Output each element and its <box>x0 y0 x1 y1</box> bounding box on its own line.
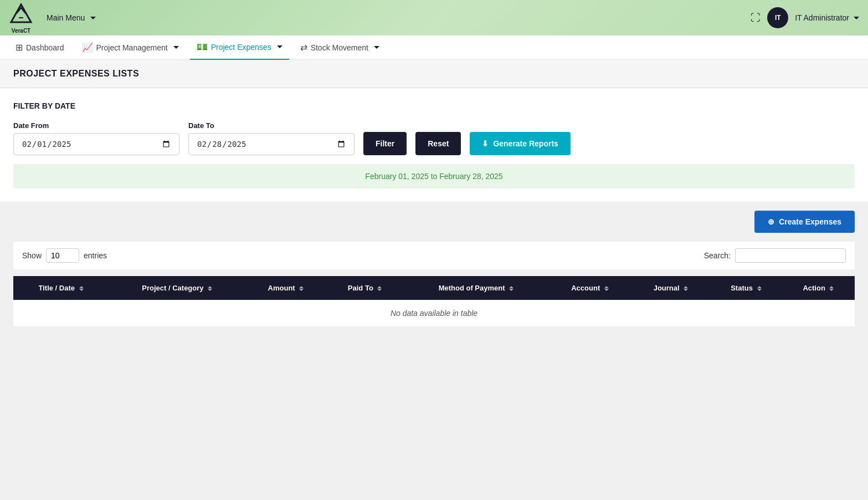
nav-item-dashboard[interactable]: ⊞ Dashboard <box>9 35 71 60</box>
nav-item-project-management[interactable]: 📈 Project Management <box>75 35 186 60</box>
nav-item-project-expenses[interactable]: 💵 Project Expenses <box>190 35 289 60</box>
main-menu-label: Main Menu <box>47 13 85 22</box>
table-controls: Show entries Search: <box>13 242 855 269</box>
sort-down-status <box>757 289 762 291</box>
page-title: PROJECT EXPENSES LISTS <box>13 69 855 79</box>
main-menu-chevron <box>90 17 96 19</box>
main-menu[interactable]: Main Menu <box>47 13 96 22</box>
date-range-text: February 01, 2025 to February 28, 2025 <box>365 172 502 181</box>
table-section: ⊕ Create Expenses Show entries Search: T… <box>0 202 868 340</box>
col-status[interactable]: Status <box>710 276 782 300</box>
entries-input[interactable] <box>46 248 79 263</box>
col-paid-to[interactable]: Paid To <box>326 276 404 300</box>
date-to-input[interactable] <box>188 133 355 155</box>
col-title-date[interactable]: Title / Date <box>13 276 109 300</box>
sort-icons-status <box>757 286 762 291</box>
sort-down-paid-to <box>377 289 382 291</box>
sort-up-journal <box>684 286 688 288</box>
project-management-chevron <box>173 46 179 49</box>
no-data-cell: No data available in table <box>13 300 855 327</box>
filter-row: Date From Date To Filter Reset ⬇ Generat… <box>13 121 855 155</box>
table-header-row: Title / Date Project / Category Amount <box>13 276 855 300</box>
generate-reports-button[interactable]: ⬇ Generate Reports <box>470 132 570 155</box>
date-to-label: Date To <box>188 121 355 130</box>
sort-icons-action <box>829 286 834 291</box>
col-action[interactable]: Action <box>782 276 855 300</box>
nav-label-project-expenses: Project Expenses <box>211 43 271 52</box>
user-chevron <box>854 17 859 19</box>
filter-button[interactable]: Filter <box>363 132 407 155</box>
dashboard-icon: ⊞ <box>16 42 23 53</box>
top-nav: VeraCT Main Menu ⛶ IT IT Administrator <box>0 0 868 35</box>
fullscreen-icon[interactable]: ⛶ <box>751 12 761 24</box>
user-initials: IT <box>775 14 781 22</box>
project-expenses-chevron <box>277 45 283 48</box>
sort-down-amount <box>299 289 304 291</box>
sort-up-paid-to <box>377 286 382 288</box>
col-account[interactable]: Account <box>548 276 631 300</box>
sort-down-title <box>79 289 84 291</box>
sort-down-method <box>509 289 513 291</box>
user-name-text: IT Administrator <box>795 13 849 22</box>
sort-icons-project <box>208 286 212 291</box>
date-to-group: Date To <box>188 121 355 155</box>
nav-item-stock-movement[interactable]: ⇄ Stock Movement <box>294 35 386 60</box>
table-header: Title / Date Project / Category Amount <box>13 276 855 300</box>
sort-icons-account <box>604 286 609 291</box>
col-amount[interactable]: Amount <box>245 276 326 300</box>
nav-label-stock-movement: Stock Movement <box>311 43 368 52</box>
create-expenses-button[interactable]: ⊕ Create Expenses <box>754 211 855 233</box>
logo-icon <box>9 2 33 27</box>
avatar: IT <box>767 7 788 28</box>
download-icon: ⬇ <box>482 139 489 148</box>
second-nav: ⊞ Dashboard 📈 Project Management 💵 Proje… <box>0 35 868 60</box>
date-from-label: Date From <box>13 121 179 130</box>
sort-down-action <box>829 289 834 291</box>
sort-down-project <box>208 289 212 291</box>
table-top-bar: ⊕ Create Expenses <box>13 211 855 233</box>
date-from-input[interactable] <box>13 133 179 155</box>
col-method-of-payment[interactable]: Method of Payment <box>404 276 548 300</box>
filter-title: FILTER BY DATE <box>13 101 855 110</box>
logo-text: VeraCT <box>12 28 30 34</box>
search-label: Search: <box>704 251 731 260</box>
plus-icon: ⊕ <box>768 217 774 226</box>
sort-up-status <box>757 286 762 288</box>
date-from-group: Date From <box>13 121 179 155</box>
sort-icons-amount <box>299 286 304 291</box>
top-nav-right: ⛶ IT IT Administrator <box>751 7 859 28</box>
sort-down-journal <box>684 289 688 291</box>
show-entries: Show entries <box>22 248 107 263</box>
search-box: Search: <box>704 248 846 263</box>
page-header: PROJECT EXPENSES LISTS <box>0 60 868 88</box>
reset-button[interactable]: Reset <box>415 132 461 155</box>
sort-up-action <box>829 286 834 288</box>
nav-label-dashboard: Dashboard <box>26 43 64 52</box>
project-management-icon: 📈 <box>82 42 93 53</box>
sort-icons-method <box>509 286 513 291</box>
date-range-bar: February 01, 2025 to February 28, 2025 <box>13 164 855 188</box>
top-nav-left: VeraCT Main Menu <box>9 2 96 34</box>
user-name[interactable]: IT Administrator <box>795 13 859 22</box>
sort-up-method <box>509 286 513 288</box>
no-data-row: No data available in table <box>13 300 855 327</box>
sort-up-title <box>79 286 84 288</box>
filter-section: FILTER BY DATE Date From Date To Filter … <box>0 88 868 202</box>
create-expenses-label: Create Expenses <box>779 217 841 226</box>
sort-down-account <box>604 289 609 291</box>
table-body: No data available in table <box>13 300 855 327</box>
show-label: Show <box>22 251 42 260</box>
col-journal[interactable]: Journal <box>631 276 710 300</box>
project-expenses-icon: 💵 <box>197 42 208 52</box>
sort-up-amount <box>299 286 304 288</box>
stock-movement-chevron <box>374 46 379 49</box>
sort-icons-journal <box>684 286 688 291</box>
stock-movement-icon: ⇄ <box>300 42 307 53</box>
search-input[interactable] <box>735 248 846 263</box>
nav-label-project-management: Project Management <box>96 43 168 52</box>
sort-up-account <box>604 286 609 288</box>
logo-area: VeraCT <box>9 2 33 34</box>
col-project-category[interactable]: Project / Category <box>109 276 245 300</box>
generate-reports-label: Generate Reports <box>493 139 558 148</box>
entries-suffix: entries <box>84 251 107 260</box>
